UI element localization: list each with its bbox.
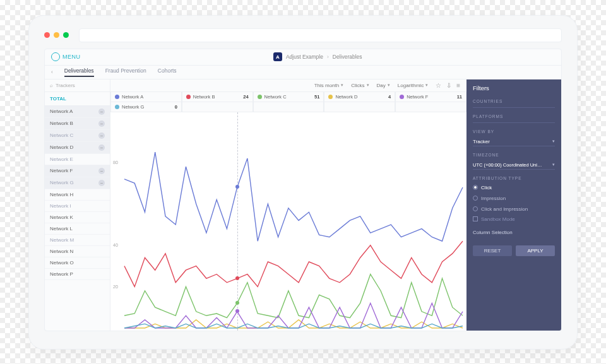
metric-dropdown[interactable]: Clicks (351, 83, 369, 88)
filter-platforms-label: PLATFORMS (473, 114, 555, 119)
legend-swatch-icon (400, 95, 404, 99)
legend-item[interactable]: Network G 0 (110, 102, 182, 112)
tracker-name: Network H (50, 192, 73, 197)
legend-value: 24 (243, 94, 248, 100)
tracker-name: Network D (50, 144, 73, 150)
trackers-total[interactable]: TOTAL (45, 92, 110, 106)
chart-toolbar: This month Clicks Day Logarithmic ☆ ⇩ ≡ (110, 79, 466, 92)
tracker-row[interactable]: Network E (45, 154, 110, 165)
app-header: MENU A Adjust Example › Deliverables (45, 49, 561, 66)
tracker-row[interactable]: Network L (45, 223, 110, 235)
filters-title: Filters (473, 85, 555, 91)
settings-icon[interactable]: ≡ (456, 82, 460, 89)
app-logo-icon[interactable] (51, 52, 60, 61)
legend-empty (324, 102, 395, 112)
tracker-row[interactable]: Network B– (45, 118, 110, 130)
legend-empty (253, 102, 324, 112)
legend-empty (395, 102, 466, 112)
trackers-search[interactable]: ⌕ Trackers (45, 79, 110, 92)
tracker-row[interactable]: Network N (45, 246, 110, 257)
legend-name: Network C (264, 94, 287, 100)
filter-timezone-select[interactable]: UTC (+00:00) Coordinated Universal… ▾ (473, 161, 555, 170)
legend-item[interactable]: Network A (110, 92, 182, 102)
filter-viewby-value: Tracker (473, 139, 490, 144)
remove-icon[interactable]: – (98, 144, 105, 151)
remove-icon[interactable]: – (98, 109, 105, 115)
radio-impression[interactable]: Impression (473, 195, 555, 202)
remove-icon[interactable]: – (98, 168, 105, 174)
tracker-name: Network P (50, 271, 73, 277)
tracker-row[interactable]: Network G– (45, 177, 110, 189)
breadcrumb-page[interactable]: Deliverables (333, 54, 362, 60)
maximize-icon[interactable] (63, 32, 69, 38)
tracker-row[interactable]: Network H (45, 189, 110, 201)
granularity-dropdown[interactable]: Day (377, 83, 390, 88)
remove-icon[interactable]: – (98, 180, 105, 186)
legend-name: Network B (193, 94, 215, 100)
filter-platforms-input[interactable] (473, 122, 555, 123)
device-frame: MENU A Adjust Example › Deliverables ‹ D… (28, 15, 578, 349)
tab-cohorts[interactable]: Cohorts (158, 68, 177, 77)
minimize-icon[interactable] (54, 32, 59, 38)
tab-fraud-prevention[interactable]: Fraud Prevention (105, 68, 146, 77)
remove-icon[interactable]: – (98, 120, 105, 127)
tab-deliverables[interactable]: Deliverables (64, 68, 94, 77)
scale-dropdown[interactable]: Logarithmic (398, 83, 428, 88)
legend-item[interactable]: Network D 4 (324, 92, 395, 102)
legend-swatch-icon (115, 105, 119, 109)
line-chart[interactable]: 20408010.03.2016 (110, 112, 466, 331)
chart-hover-point (235, 301, 239, 305)
apply-button[interactable]: APPLY (516, 245, 555, 256)
legend-swatch-icon (115, 95, 119, 99)
legend-row: Network G 0 (110, 102, 466, 112)
legend-name: Network D (335, 94, 357, 100)
breadcrumb: A Adjust Example › Deliverables (273, 52, 362, 61)
legend-name: Network F (407, 94, 428, 100)
tracker-name: Network K (50, 214, 73, 220)
checkbox-sandbox[interactable]: Sandbox Mode (473, 216, 555, 222)
search-icon: ⌕ (50, 83, 53, 88)
legend-empty (182, 102, 253, 112)
legend-item[interactable]: Network C 51 (253, 92, 324, 102)
remove-icon[interactable]: – (98, 132, 105, 139)
tracker-name: Network C (50, 132, 73, 138)
chevron-down-icon: ▾ (552, 139, 555, 144)
tracker-name: Network B (50, 120, 73, 126)
tracker-name: Network A (50, 109, 73, 114)
filter-viewby-select[interactable]: Tracker ▾ (473, 138, 555, 146)
tracker-row[interactable]: Network K (45, 212, 110, 223)
tracker-row[interactable]: Network M (45, 235, 110, 246)
tracker-row[interactable]: Network C– (45, 130, 110, 142)
app-window: MENU A Adjust Example › Deliverables ‹ D… (44, 49, 562, 331)
legend-value: 51 (314, 94, 319, 100)
legend-swatch-icon (328, 95, 333, 99)
legend-item[interactable]: Network B 24 (182, 92, 253, 102)
tracker-name: Network I (50, 203, 71, 209)
legend-item[interactable]: Network F 11 (395, 92, 466, 102)
download-icon[interactable]: ⇩ (446, 82, 451, 89)
filter-countries-input[interactable] (473, 107, 555, 108)
menu-button[interactable]: MENU (62, 54, 81, 60)
legend-name: Network G (122, 104, 144, 110)
filter-viewby-label: VIEW BY (473, 129, 555, 134)
tracker-row[interactable]: Network O (45, 257, 110, 269)
back-button[interactable]: ‹ (51, 69, 53, 75)
star-icon[interactable]: ☆ (436, 82, 441, 89)
reset-button[interactable]: RESET (473, 245, 512, 256)
column-selection-link[interactable]: Column Selection (473, 230, 555, 235)
tracker-name: Network O (50, 260, 74, 266)
tracker-row[interactable]: Network I (45, 201, 110, 212)
y-axis-tick: 40 (113, 243, 118, 247)
tracker-row[interactable]: Network P (45, 269, 110, 280)
breadcrumb-app[interactable]: Adjust Example (286, 54, 323, 60)
radio-click-impression[interactable]: Click and Impression (473, 206, 555, 213)
close-icon[interactable] (44, 32, 50, 38)
y-axis-tick: 20 (113, 284, 118, 288)
tracker-row[interactable]: Network A– (45, 106, 110, 118)
radio-click[interactable]: Click (473, 184, 555, 191)
browser-url-bar[interactable] (79, 28, 562, 42)
tracker-row[interactable]: Network F– (45, 165, 110, 177)
tracker-row[interactable]: Network D– (45, 142, 110, 154)
period-dropdown[interactable]: This month (314, 83, 344, 88)
trackers-sidebar: ⌕ Trackers TOTAL Network A–Network B–Net… (45, 79, 110, 331)
